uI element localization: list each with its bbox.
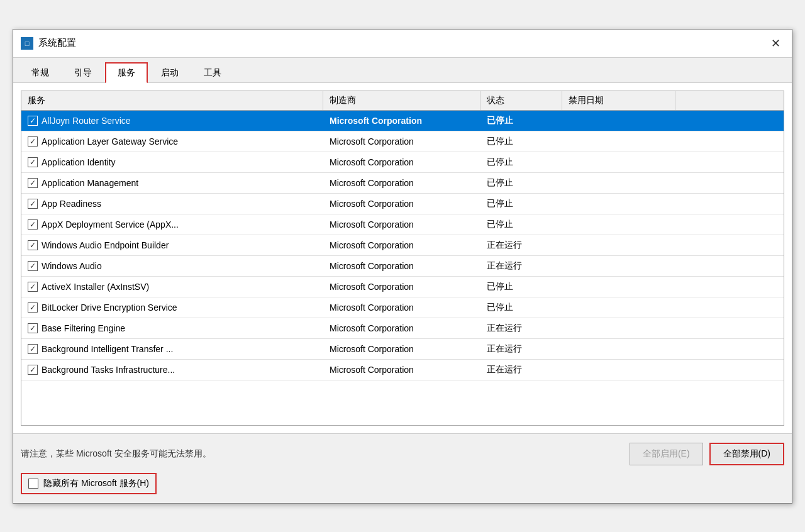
cell-manufacturer: Microsoft Corporation	[323, 152, 480, 172]
tab-tools[interactable]: 工具	[192, 63, 233, 83]
cell-manufacturer: Microsoft Corporation	[323, 111, 480, 131]
service-name: Windows Audio Endpoint Builder	[42, 240, 169, 250]
service-name: App Readiness	[42, 199, 101, 209]
hide-microsoft-label: 隐藏所有 Microsoft 服务(H)	[43, 478, 149, 489]
table-header: 服务 制造商 状态 禁用日期	[21, 91, 784, 111]
table-row[interactable]: ✓ Windows Audio Microsoft Corporation 正在…	[21, 256, 784, 277]
service-name: Windows Audio	[42, 261, 102, 271]
manufacturer-name: Microsoft Corporation	[330, 116, 422, 126]
service-name: AllJoyn Router Service	[42, 116, 131, 126]
tab-bar: 常规 引导 服务 启动 工具	[13, 58, 792, 83]
col-header-status: 状态	[480, 91, 562, 110]
table-row[interactable]: ✓ Application Layer Gateway Service Micr…	[21, 131, 784, 152]
cell-manufacturer: Microsoft Corporation	[323, 277, 480, 297]
cell-status: 已停止	[480, 152, 562, 172]
tab-boot[interactable]: 引导	[62, 63, 104, 83]
hide-microsoft-wrapper[interactable]: 隐藏所有 Microsoft 服务(H)	[21, 473, 157, 494]
cell-service: ✓ Application Management	[21, 173, 323, 193]
enable-all-button[interactable]: 全部启用(E)	[630, 443, 703, 465]
table-row[interactable]: ✓ ActiveX Installer (AxInstSV) Microsoft…	[21, 277, 784, 297]
service-name: Application Layer Gateway Service	[42, 136, 178, 147]
row-checkbox[interactable]: ✓	[28, 199, 38, 209]
table-row[interactable]: ✓ Background Tasks Infrastructure... Mic…	[21, 360, 784, 380]
cell-service: ✓ Application Identity	[21, 152, 323, 172]
close-button[interactable]: ✕	[767, 35, 784, 52]
row-checkbox[interactable]: ✓	[28, 240, 38, 250]
cell-manufacturer: Microsoft Corporation	[323, 194, 480, 214]
table-row[interactable]: ✓ Background Intelligent Transfer ... Mi…	[21, 339, 784, 360]
cell-manufacturer: Microsoft Corporation	[323, 235, 480, 255]
row-checkbox[interactable]: ✓	[28, 344, 38, 354]
cell-disable-date	[562, 360, 675, 380]
table-row[interactable]: ✓ App Readiness Microsoft Corporation 已停…	[21, 194, 784, 214]
cell-service: ✓ Windows Audio	[21, 256, 323, 276]
cell-status: 正在运行	[480, 318, 562, 338]
table-row[interactable]: ✓ AppX Deployment Service (AppX... Micro…	[21, 214, 784, 235]
cell-status: 已停止	[480, 277, 562, 297]
manufacturer-name: Microsoft Corporation	[330, 365, 414, 375]
col-header-service: 服务	[21, 91, 323, 110]
status-text: 正在运行	[487, 240, 522, 251]
cell-status: 正在运行	[480, 360, 562, 380]
manufacturer-name: Microsoft Corporation	[330, 323, 414, 333]
status-text: 正在运行	[487, 343, 522, 355]
table-row[interactable]: ✓ Base Filtering Engine Microsoft Corpor…	[21, 318, 784, 339]
cell-manufacturer: Microsoft Corporation	[323, 318, 480, 338]
cell-manufacturer: Microsoft Corporation	[323, 256, 480, 276]
service-name: Application Identity	[42, 157, 116, 167]
cell-manufacturer: Microsoft Corporation	[323, 339, 480, 359]
cell-disable-date	[562, 297, 675, 318]
service-name: Base Filtering Engine	[42, 323, 125, 333]
row-checkbox[interactable]: ✓	[28, 178, 38, 188]
cell-disable-date	[562, 318, 675, 338]
col-header-disable-date: 禁用日期	[562, 91, 675, 110]
service-name: Background Tasks Infrastructure...	[42, 365, 175, 375]
cell-status: 已停止	[480, 111, 562, 131]
status-text: 正在运行	[487, 364, 522, 375]
cell-status: 已停止	[480, 194, 562, 214]
manufacturer-name: Microsoft Corporation	[330, 136, 414, 147]
row-checkbox[interactable]: ✓	[28, 365, 38, 375]
manufacturer-name: Microsoft Corporation	[330, 302, 414, 313]
cell-manufacturer: Microsoft Corporation	[323, 173, 480, 193]
row-checkbox[interactable]: ✓	[28, 136, 38, 147]
status-text: 正在运行	[487, 323, 522, 334]
table-body[interactable]: ✓ AllJoyn Router Service Microsoft Corpo…	[21, 111, 784, 425]
table-row[interactable]: ✓ Application Management Microsoft Corpo…	[21, 173, 784, 194]
services-table: 服务 制造商 状态 禁用日期 ✓ AllJoyn Router Service …	[21, 91, 784, 426]
service-name: Background Intelligent Transfer ...	[42, 344, 173, 354]
col-header-manufacturer: 制造商	[323, 91, 480, 110]
cell-disable-date	[562, 111, 675, 131]
row-checkbox[interactable]: ✓	[28, 302, 38, 313]
manufacturer-name: Microsoft Corporation	[330, 261, 414, 271]
manufacturer-name: Microsoft Corporation	[330, 240, 414, 250]
table-row[interactable]: ✓ AllJoyn Router Service Microsoft Corpo…	[21, 111, 784, 131]
tab-services[interactable]: 服务	[105, 62, 148, 83]
table-row[interactable]: ✓ Windows Audio Endpoint Builder Microso…	[21, 235, 784, 256]
cell-disable-date	[562, 339, 675, 359]
cell-manufacturer: Microsoft Corporation	[323, 297, 480, 318]
cell-service: ✓ Base Filtering Engine	[21, 318, 323, 338]
table-row[interactable]: ✓ Application Identity Microsoft Corpora…	[21, 152, 784, 173]
cell-status: 已停止	[480, 214, 562, 235]
row-checkbox[interactable]: ✓	[28, 219, 38, 230]
cell-disable-date	[562, 235, 675, 255]
row-checkbox[interactable]: ✓	[28, 261, 38, 271]
tab-startup[interactable]: 启动	[149, 63, 191, 83]
cell-manufacturer: Microsoft Corporation	[323, 131, 480, 152]
cell-disable-date	[562, 277, 675, 297]
cell-disable-date	[562, 173, 675, 193]
title-bar-left: □ 系统配置	[21, 37, 76, 50]
cell-service: ✓ Background Intelligent Transfer ...	[21, 339, 323, 359]
row-checkbox[interactable]: ✓	[28, 116, 38, 126]
row-checkbox[interactable]: ✓	[28, 282, 38, 292]
status-text: 已停止	[487, 115, 513, 126]
table-row[interactable]: ✓ BitLocker Drive Encryption Service Mic…	[21, 297, 784, 318]
cell-service: ✓ Application Layer Gateway Service	[21, 131, 323, 152]
tab-general[interactable]: 常规	[19, 63, 61, 83]
disable-all-button[interactable]: 全部禁用(D)	[709, 443, 784, 465]
row-checkbox[interactable]: ✓	[28, 157, 38, 167]
hide-microsoft-checkbox[interactable]	[28, 479, 38, 489]
status-text: 正在运行	[487, 260, 522, 272]
row-checkbox[interactable]: ✓	[28, 323, 38, 333]
